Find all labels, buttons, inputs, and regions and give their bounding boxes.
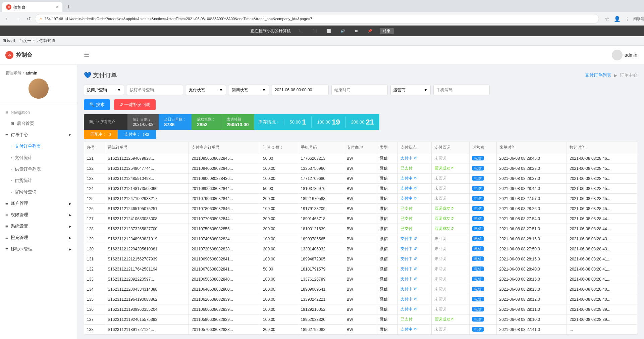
sidebar-item-permission-mgmt[interactable]: ≡ 权限管理 ▶ — [0, 209, 77, 221]
cell-seq: 133 — [84, 274, 105, 284]
col-amount[interactable]: 订单金额 ↕ — [260, 142, 298, 153]
top-user[interactable]: admin — [612, 50, 637, 60]
breadcrumb-link[interactable]: 支付订单列表 — [585, 72, 611, 78]
cell-pay-order: 20110770608082844... — [189, 214, 260, 224]
browser-controls: ← → ↺ ⚠ 154.197.48.141/admin/order/listO… — [0, 12, 644, 26]
cell-start-time: 2021-06-08 08:28:43... — [567, 244, 637, 254]
cell-callback: 未回调 — [431, 325, 470, 335]
cell-pay-order: 20110740608082834... — [189, 234, 260, 244]
cell-pay-order: 20110690608082841... — [189, 254, 260, 264]
sidebar-item-supply-stats[interactable]: ◦ 供货统计 — [0, 175, 77, 186]
tab-close-btn[interactable]: × — [56, 5, 58, 9]
stats-main-row: 商户：所有商户 统计日期： 2021-06-08 当日订单数： 8786 成功笔… — [84, 114, 637, 130]
callback-status-select[interactable]: 回调状态 ▼ — [229, 85, 269, 95]
cell-amount: 200.00 — [260, 224, 298, 234]
cell-phone: 18952033320 — [298, 314, 344, 325]
cell-phone: 17766203213 — [298, 153, 344, 163]
sidebar-item-supply-list[interactable]: ◦ 供货订单列表 — [0, 163, 77, 175]
forward-button[interactable]: → — [13, 14, 23, 23]
table-row: 134 S162311212004334314388 2011064060808… — [84, 284, 637, 294]
remote-end-btn[interactable]: 结束 — [380, 28, 394, 34]
bookmarks-apps[interactable]: ⊞ 应用 — [3, 38, 15, 44]
operator-select[interactable]: 运营商 ▼ — [390, 85, 431, 95]
remote-record-btn[interactable]: ⏹ — [353, 28, 360, 34]
cell-sys-order: S162311212410683083008 — [105, 214, 189, 224]
cell-sys-order: S162311212594079828... — [105, 153, 189, 163]
reload-button[interactable]: ↺ — [24, 14, 34, 23]
cell-pay-status: 支付中 ↺ — [398, 325, 431, 335]
start-date-input[interactable]: 2021-06-08 00:00:00 — [272, 85, 329, 95]
sidebar-item-payment-list[interactable]: ◦ 支付订单列表 — [0, 141, 77, 152]
account-icon[interactable]: 👤 — [613, 16, 621, 22]
refund-button[interactable]: ↺ 一键补发回调 — [114, 99, 156, 110]
address-bar[interactable]: ⚠ 154.197.48.141/admin/order/listOrder?o… — [35, 14, 599, 23]
cell-pay-order: 20110720608082828... — [189, 244, 260, 254]
cell-create-time: 2021-06-08 08:28:10.0 — [496, 314, 567, 325]
remote-pin-btn[interactable]: 📌 — [366, 28, 374, 34]
cell-callback: 未回调 — [431, 294, 470, 304]
back-button[interactable]: ← — [3, 14, 12, 23]
cell-pay-order: 20110570608082838... — [189, 325, 260, 335]
cell-start-time: 2021-06-08 08:28:43... — [567, 234, 637, 244]
cell-merchant: BW — [344, 234, 377, 244]
cell-pay-status: 已支付 — [398, 214, 431, 224]
cell-type: 微信 — [377, 163, 398, 174]
pending-label: 匹配中： — [91, 132, 107, 137]
browser-tab-active[interactable]: ⚙ 控制台 × — [2, 2, 62, 12]
cell-amount: 100.00 — [260, 294, 298, 304]
remote-monitor-btn[interactable]: ⬛ — [310, 28, 319, 34]
avatar — [29, 79, 49, 99]
recharge-mgmt-label: 橙充管理 — [11, 235, 28, 241]
order-no-input[interactable] — [127, 85, 183, 95]
cell-callback: 未回调 — [431, 244, 470, 254]
more-menu-icon[interactable]: ⋮ — [623, 16, 631, 22]
inventory-label: 库存情况： — [254, 119, 284, 125]
payment-status-select[interactable]: 支付状态 ▼ — [186, 85, 226, 95]
cell-operator: 电信 — [470, 314, 496, 325]
remote-sound-btn[interactable]: 🔊 — [338, 28, 347, 34]
cell-type: 微信 — [377, 274, 398, 284]
new-tab-button[interactable]: + — [64, 2, 73, 12]
cell-type: 微信 — [377, 214, 398, 224]
phone-input[interactable] — [433, 85, 490, 95]
sidebar-item-account-mgmt[interactable]: ≡ 账户管理 ▶ — [0, 198, 77, 209]
cell-callback: 未回调 — [431, 153, 470, 163]
cell-pay-order: 20110850608082845... — [189, 153, 260, 163]
payment-list-label: 支付订单列表 — [15, 143, 41, 149]
bookmarks-baidu[interactable]: 百度一下，你就知道 — [19, 38, 55, 44]
sidebar-item-order-center[interactable]: ≡ 订单中心 ▼ — [0, 129, 77, 141]
cell-pay-order: 20110750608082856... — [189, 224, 260, 234]
remote-phone-btn[interactable]: 📞 — [296, 28, 305, 34]
star-icon[interactable]: ☆ — [603, 16, 611, 22]
mobile-mgmt-label: 移动ck管理 — [11, 246, 33, 252]
stats-date-block: 统计日期： 2021-06-08 — [127, 114, 159, 130]
remote-screen-btn[interactable]: ⬜ — [324, 28, 333, 34]
reader-mode-btn[interactable]: 阅读清单 — [633, 16, 641, 21]
merchant-select[interactable]: 按商户查询 ▼ — [84, 85, 124, 95]
cell-type: 微信 — [377, 254, 398, 264]
hamburger-menu[interactable]: ☰ — [84, 51, 89, 59]
col-sys-order: 系统订单号 — [105, 142, 189, 153]
end-time-input[interactable] — [331, 85, 388, 95]
cell-callback: 未回调 — [431, 274, 470, 284]
cell-callback: 未回调 — [431, 254, 470, 264]
cell-start-time: 2021-06-08 08:28:39... — [567, 314, 637, 325]
cell-sys-order: S162311211939960355204 — [105, 304, 189, 314]
table-row: 125 S162311212471092933217 2011079060808… — [84, 194, 637, 204]
cell-start-time: 2021-06-08 08:28:45... — [567, 174, 637, 184]
sidebar-item-dashboard[interactable]: ⊞ 后台首页 — [0, 118, 77, 129]
cell-seq: 134 — [84, 284, 105, 294]
cell-start-time: 2021-06-08 08:28:39... — [567, 304, 637, 314]
sidebar-item-recharge-mgmt[interactable]: ≡ 橙充管理 ▶ — [0, 232, 77, 243]
sidebar-item-official-query[interactable]: ◦ 官网号查询 — [0, 186, 77, 198]
sidebar-item-system-settings[interactable]: ≡ 系统设置 ▶ — [0, 221, 77, 232]
search-button[interactable]: 🔍 搜索 — [84, 99, 110, 110]
sidebar-item-payment-stats[interactable]: ◦ 支付统计 — [0, 152, 77, 163]
cell-pay-status: 支付中 ↺ — [398, 184, 431, 194]
cell-type: 微信 — [377, 325, 398, 335]
pending-value: 0 — [109, 132, 111, 137]
cell-type: 微信 — [377, 264, 398, 274]
sidebar-item-mobile-mgmt[interactable]: ≡ 移动ck管理 ▶ — [0, 243, 77, 255]
cell-sys-order: S162311212004334314388 — [105, 284, 189, 294]
cell-pay-status: 支付中 ↺ — [398, 304, 431, 314]
